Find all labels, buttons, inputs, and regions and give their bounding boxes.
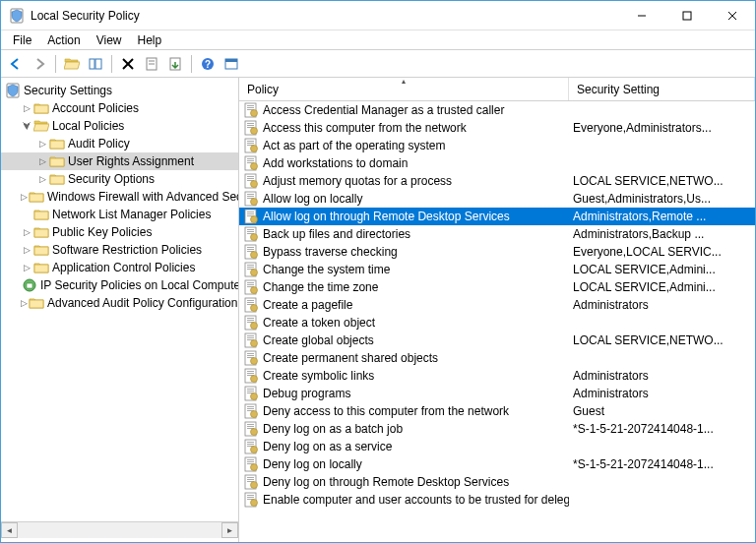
tree-item[interactable]: Network List Manager Policies <box>1 206 238 223</box>
policy-icon <box>243 386 259 401</box>
column-policy[interactable]: ▴ Policy <box>239 78 569 100</box>
list-row[interactable]: Allow log on locallyGuest,Administrators… <box>239 190 755 208</box>
maximize-button[interactable] <box>664 1 710 30</box>
tree-item[interactable]: IP Security Policies on Local Compute <box>1 276 238 294</box>
tree-item[interactable]: ▷Account Policies <box>1 99 238 117</box>
show-hide-tree-button[interactable] <box>85 53 106 75</box>
cell-policy: Deny log on through Remote Desktop Servi… <box>239 474 569 490</box>
list-row[interactable]: Create a pagefileAdministrators <box>239 296 755 314</box>
list-row[interactable]: Act as part of the operating system <box>239 137 755 154</box>
expander-icon[interactable]: ▷ <box>36 173 48 185</box>
cell-policy: Change the time zone <box>239 279 569 295</box>
expander-icon[interactable]: ▷ <box>21 262 32 273</box>
delete-button[interactable] <box>117 53 139 75</box>
policy-icon <box>243 474 259 490</box>
expander-icon[interactable]: ▷ <box>36 138 48 150</box>
expander-icon[interactable]: ▷ <box>21 244 32 256</box>
scroll-right-icon[interactable]: ► <box>221 522 238 538</box>
menu-file[interactable]: File <box>5 31 39 49</box>
tree-item[interactable]: ▷User Rights Assignment <box>1 152 238 170</box>
list-row[interactable]: Access this computer from the networkEve… <box>239 119 755 137</box>
tree-item[interactable]: ▷Windows Firewall with Advanced Sec <box>1 188 238 206</box>
folder-open-icon <box>33 118 49 134</box>
tree-label: Public Key Policies <box>52 225 152 239</box>
list-row[interactable]: Allow log on through Remote Desktop Serv… <box>239 208 755 225</box>
tree[interactable]: Security Settings▷Account Policies⮟Local… <box>1 82 238 521</box>
policy-icon <box>243 102 259 118</box>
tree-item[interactable]: ▷Audit Policy <box>1 135 238 152</box>
toolbar: ? <box>1 50 755 78</box>
folder-icon <box>33 224 49 240</box>
tree-item[interactable]: ▷Software Restriction Policies <box>1 241 238 259</box>
tree-item[interactable]: ▷Security Options <box>1 170 238 188</box>
minimize-button[interactable] <box>619 1 664 30</box>
list-row[interactable]: Change the system timeLOCAL SERVICE,Admi… <box>239 261 755 278</box>
expander-icon[interactable] <box>21 209 32 220</box>
list-row[interactable]: Adjust memory quotas for a processLOCAL … <box>239 172 755 190</box>
menu-help[interactable]: Help <box>130 31 170 49</box>
expander-icon[interactable]: ▷ <box>36 155 48 167</box>
list-row[interactable]: Deny log on as a service <box>239 438 755 455</box>
policy-icon <box>243 315 259 331</box>
forward-button[interactable] <box>29 53 50 75</box>
expander-icon[interactable]: ▷ <box>21 226 32 238</box>
list-row[interactable]: Add workstations to domain <box>239 154 755 172</box>
list-row[interactable]: Create permanent shared objects <box>239 349 755 367</box>
cell-setting: LOCAL SERVICE,Admini... <box>569 263 755 276</box>
close-button[interactable] <box>710 1 755 30</box>
list-row[interactable]: Create a token object <box>239 314 755 332</box>
column-setting[interactable]: Security Setting <box>569 78 755 100</box>
cell-policy: Create a pagefile <box>239 297 569 313</box>
policy-text: Access Credential Manager as a trusted c… <box>263 103 504 117</box>
expander-icon[interactable]: ▷ <box>21 297 28 309</box>
list-row[interactable]: Deny log on as a batch job*S-1-5-21-2072… <box>239 420 755 438</box>
list-row[interactable]: Access Credential Manager as a trusted c… <box>239 101 755 119</box>
expander-icon[interactable]: ▷ <box>21 191 28 203</box>
policy-icon <box>243 244 259 260</box>
cell-policy: Enable computer and user accounts to be … <box>239 492 569 508</box>
list-row[interactable]: Deny log on through Remote Desktop Servi… <box>239 473 755 491</box>
menu-action[interactable]: Action <box>39 31 88 49</box>
expander-icon[interactable]: ⮟ <box>21 120 32 132</box>
scroll-left-icon[interactable]: ◄ <box>1 522 18 538</box>
list-row[interactable]: Create symbolic linksAdministrators <box>239 367 755 385</box>
tree-label: Security Options <box>68 172 155 186</box>
list-row[interactable]: Back up files and directoriesAdministrat… <box>239 225 755 243</box>
window-title: Local Security Policy <box>31 9 619 23</box>
tree-hscroll[interactable]: ◄ ► <box>1 521 238 538</box>
policy-text: Create a pagefile <box>263 298 352 312</box>
list-row[interactable]: Deny log on locally*S-1-5-21-2072414048-… <box>239 455 755 473</box>
back-button[interactable] <box>5 53 27 75</box>
tree-item[interactable]: ▷Application Control Policies <box>1 259 238 276</box>
list-row[interactable]: Debug programsAdministrators <box>239 385 755 402</box>
menu-view[interactable]: View <box>89 31 130 49</box>
list-row[interactable]: Bypass traverse checkingEveryone,LOCAL S… <box>239 243 755 261</box>
list-row[interactable]: Create global objectsLOCAL SERVICE,NETWO… <box>239 332 755 349</box>
policy-text: Create global objects <box>263 333 374 347</box>
help-button[interactable]: ? <box>197 53 219 75</box>
list-row[interactable]: Deny access to this computer from the ne… <box>239 402 755 420</box>
expander-icon[interactable]: ▷ <box>21 102 32 114</box>
tree-item[interactable]: ⮟Local Policies <box>1 117 238 135</box>
list-row[interactable]: Enable computer and user accounts to be … <box>239 491 755 509</box>
tree-item[interactable]: ▷Advanced Audit Policy Configuration <box>1 294 238 312</box>
refresh-button[interactable] <box>220 53 242 75</box>
cell-setting: Administrators,Remote ... <box>569 210 755 223</box>
policy-icon <box>243 209 259 224</box>
scroll-track[interactable] <box>18 522 221 538</box>
tree-label: Local Policies <box>52 119 124 133</box>
tree-label: Windows Firewall with Advanced Sec <box>47 190 238 204</box>
list-body[interactable]: Access Credential Manager as a trusted c… <box>239 101 755 542</box>
policy-icon <box>243 173 259 189</box>
policy-icon <box>243 120 259 136</box>
list-row[interactable]: Change the time zoneLOCAL SERVICE,Admini… <box>239 278 755 296</box>
tree-label: IP Security Policies on Local Compute <box>40 278 238 292</box>
column-policy-label: Policy <box>247 83 279 96</box>
tree-item[interactable]: ▷Public Key Policies <box>1 223 238 241</box>
cell-policy: Deny log on locally <box>239 456 569 472</box>
tree-root[interactable]: Security Settings <box>1 82 238 99</box>
export-button[interactable] <box>164 53 186 75</box>
up-button[interactable] <box>61 53 83 75</box>
cell-setting: Everyone,Administrators... <box>569 121 755 135</box>
properties-button[interactable] <box>141 53 162 75</box>
